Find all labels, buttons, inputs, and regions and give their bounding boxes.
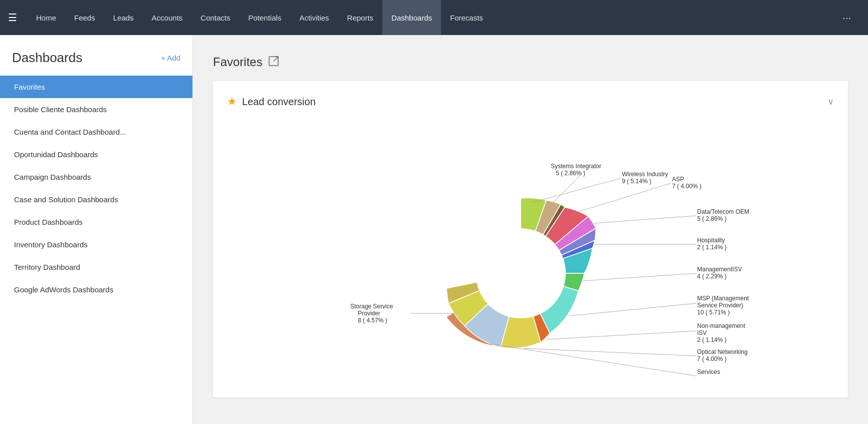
svg-line-36 [487,343,696,376]
more-options-icon[interactable]: ··· [833,12,860,24]
svg-text:Optical Networking: Optical Networking [697,348,748,355]
card-header: ★ Lead conversion ∨ [227,95,834,108]
sidebar-item-google-adwords[interactable]: Google AdWords Dashboards [0,278,192,301]
svg-text:8 ( 4.57% ): 8 ( 4.57% ) [358,317,387,324]
svg-line-29 [547,331,696,339]
svg-text:MSP (Management: MSP (Management [697,295,749,302]
nav-accounts[interactable]: Accounts [143,0,192,35]
card-title: Lead conversion [242,96,316,108]
sidebar-item-posible-cliente[interactable]: Posible Cliente Dashboards [0,98,192,121]
nav-dashboards[interactable]: Dashboards [382,0,441,35]
svg-text:10 ( 5.71% ): 10 ( 5.71% ) [697,309,730,316]
svg-line-22 [583,273,696,281]
page-title: Favorites [213,55,263,69]
sidebar-item-territory[interactable]: Territory Dashboard [0,256,192,278]
svg-text:2 ( 1.14% ): 2 ( 1.14% ) [697,244,727,251]
svg-line-25 [570,303,696,316]
sidebar-item-cuenta-contact[interactable]: Cuenta and Contact Dashboard... [0,121,192,143]
svg-text:ManagementISV: ManagementISV [697,266,742,273]
svg-line-16 [593,216,696,223]
nav-forecasts[interactable]: Forecasts [441,0,492,35]
svg-text:7 ( 4.00% ): 7 ( 4.00% ) [697,355,727,362]
svg-text:Service Provider): Service Provider) [697,302,743,309]
svg-text:Provider: Provider [358,310,380,317]
nav-reports[interactable]: Reports [338,0,383,35]
sidebar-title: Dashboards [12,50,82,66]
page-header: Favorites [213,55,848,69]
svg-text:Services: Services [697,368,720,375]
svg-text:Data/Telecom OEM: Data/Telecom OEM [697,208,749,215]
lead-conversion-card: ★ Lead conversion ∨ [213,81,848,397]
favorite-star-icon[interactable]: ★ [227,95,237,108]
nav-feeds[interactable]: Feeds [65,0,104,35]
sidebar-item-inventory[interactable]: Inventory Dashboards [0,233,192,256]
svg-text:ISV: ISV [697,329,707,336]
svg-line-33 [523,348,696,356]
export-icon[interactable] [269,56,279,69]
svg-text:ASP: ASP [672,176,684,183]
svg-text:2 ( 1.14% ): 2 ( 1.14% ) [697,336,727,343]
svg-text:7 ( 4.00% ): 7 ( 4.00% ) [672,183,702,190]
collapse-chevron-icon[interactable]: ∨ [827,96,834,107]
add-dashboard-button[interactable]: + Add [161,54,180,62]
svg-text:Wireless Industry: Wireless Industry [622,171,668,178]
svg-text:5 ( 2.86% ): 5 ( 2.86% ) [556,170,585,177]
sidebar-item-product[interactable]: Product Dashboards [0,211,192,233]
top-navigation: ☰ Home Feeds Leads Accounts Contacts Pot… [0,0,868,35]
lead-conversion-chart: Wireless Industry 9 ( 5.14% ) Systems In… [310,118,751,383]
svg-text:Non-management: Non-management [697,322,746,329]
svg-text:Storage Service: Storage Service [350,303,393,310]
nav-potentials[interactable]: Potentials [240,0,291,35]
sidebar: Dashboards + Add Favorites Posible Clien… [0,35,193,424]
chart-area: Wireless Industry 9 ( 5.14% ) Systems In… [227,118,834,383]
sidebar-header: Dashboards + Add [0,45,192,76]
nav-home[interactable]: Home [27,0,65,35]
card-title-row: ★ Lead conversion [227,95,316,108]
svg-point-2 [476,228,566,318]
svg-text:5 ( 2.86% ): 5 ( 2.86% ) [697,215,727,222]
sidebar-item-oportunidad[interactable]: Oportunidad Dashboards [0,143,192,166]
svg-line-13 [573,183,671,213]
sidebar-item-case-solution[interactable]: Case and Solution Dashboards [0,188,192,211]
sidebar-item-campaign[interactable]: Campaign Dashboards [0,166,192,188]
svg-line-3 [533,178,621,202]
svg-text:Hospitality: Hospitality [697,237,725,244]
nav-activities[interactable]: Activities [290,0,338,35]
main-layout: Dashboards + Add Favorites Posible Clien… [0,35,868,424]
svg-text:4 ( 2.29% ): 4 ( 2.29% ) [697,273,727,280]
nav-contacts[interactable]: Contacts [191,0,239,35]
nav-leads[interactable]: Leads [104,0,143,35]
sidebar-item-favorites[interactable]: Favorites [0,76,192,98]
main-content: Favorites ★ Lead conversion ∨ [193,35,868,424]
svg-text:Systems Integrator: Systems Integrator [551,163,601,170]
hamburger-icon[interactable]: ☰ [8,12,17,24]
svg-text:9 ( 5.14% ): 9 ( 5.14% ) [622,178,652,185]
